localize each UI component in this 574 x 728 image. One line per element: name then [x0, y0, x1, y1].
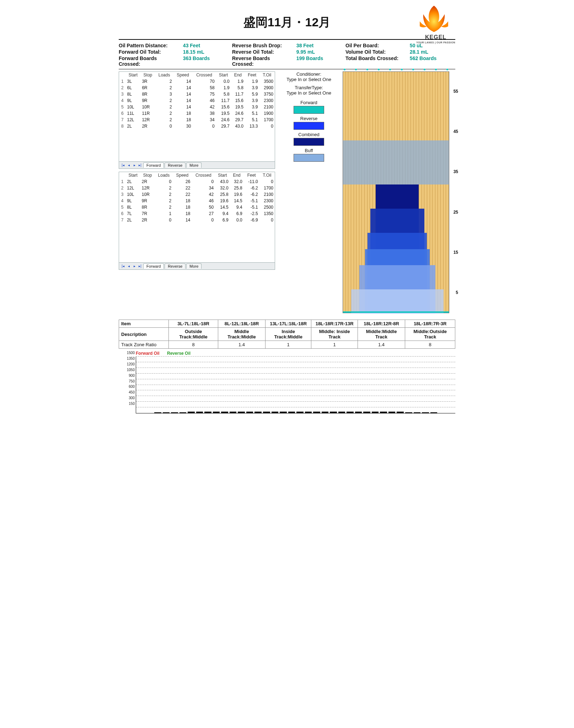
track-desc-hdr: Description — [119, 328, 169, 341]
tab-more[interactable]: More — [186, 162, 202, 168]
track-item-hdr: Item — [119, 320, 169, 328]
last-page-icon[interactable]: ▸| — [138, 163, 143, 168]
track-col-desc: MIddle: Inside Track — [311, 328, 358, 341]
prev-page-icon[interactable]: ◂ — [126, 264, 131, 269]
y-tick: 1050 — [122, 368, 135, 371]
conditioner-value: Type In or Select One — [279, 77, 339, 82]
lane-tick: 15 — [454, 250, 458, 255]
legend-buff-swatch — [294, 154, 324, 162]
table-row: 12L2R026043.032.0-11.00 — [119, 178, 275, 185]
track-col-header: 18L-18R:7R-3R — [405, 320, 455, 328]
prev-page-icon[interactable]: ◂ — [126, 163, 131, 168]
track-col-desc: Inside Track:Middle — [265, 328, 311, 341]
bar — [213, 412, 220, 413]
table-row: 26L6R214581.95.83.92900 — [119, 85, 275, 91]
sheet-tabs: |◂ ◂ ▸ ▸| Forward Reverse More — [119, 161, 275, 168]
bar — [246, 412, 253, 413]
table-row: 49L9R2144611.715.63.92300 — [119, 97, 275, 104]
bar — [272, 412, 279, 413]
tab-reverse[interactable]: Reverse — [165, 162, 186, 168]
table-row: 310L10R2224225.819.6-6.22100 — [119, 191, 275, 198]
track-col-header: 8L-12L:18L-18R — [218, 320, 265, 328]
tab-more[interactable]: More — [186, 263, 202, 269]
table-row: 611L11R2183819.524.65.11900 — [119, 110, 275, 117]
stat-label: Reverse Boards Crossed: — [232, 55, 293, 67]
col-header: Speed — [173, 172, 192, 178]
track-col-desc: Middle Track:Middle — [218, 328, 265, 341]
chart-legend-forward: Forward Oil — [136, 351, 160, 356]
col-header: End — [231, 72, 245, 78]
col-header: Feet — [244, 172, 259, 178]
tab-reverse[interactable]: Reverse — [165, 263, 186, 269]
track-col-desc: Middle:Middle Track — [358, 328, 405, 341]
tab-forward[interactable]: Forward — [143, 263, 164, 269]
col-header: Loads — [155, 172, 173, 178]
table-row: 212L12R2223432.025.8-6.21700 — [119, 185, 275, 191]
table-row: 67L7R118279.46.9-2.51350 — [119, 210, 275, 217]
col-header: Stop — [140, 172, 155, 178]
lane-tick: 5 — [456, 290, 458, 295]
col-header: Speed — [173, 72, 193, 78]
sheet-tabs: |◂ ◂ ▸ ▸| Forward Reverse More — [119, 262, 275, 269]
chart-legend: Forward Oil Reverse Oil — [136, 351, 455, 356]
track-col-desc: Middle:Outside Track — [405, 328, 455, 341]
bar — [388, 412, 396, 413]
bar — [238, 412, 245, 413]
bar — [330, 412, 337, 413]
next-page-icon[interactable]: ▸ — [132, 163, 137, 168]
bar — [196, 412, 203, 413]
bar — [163, 412, 170, 413]
bar — [188, 412, 195, 413]
last-page-icon[interactable]: ▸| — [138, 264, 143, 269]
col-header: Start — [216, 72, 231, 78]
lane-tick: 25 — [454, 210, 458, 215]
y-tick: 1350 — [122, 356, 135, 360]
col-header: Start — [125, 172, 140, 178]
legend-buff-label: Buff — [279, 148, 339, 153]
bar — [347, 412, 354, 413]
transfer-label: TransferType: — [279, 85, 339, 90]
table-row: 58L8R2185014.59.4-5.12500 — [119, 204, 275, 210]
bar — [221, 412, 228, 413]
bar — [363, 412, 370, 413]
stat-label: Total Boards Crossed: — [345, 55, 406, 67]
legend-combined-label: Combined — [279, 132, 339, 137]
bar — [430, 412, 438, 413]
legend-reverse-swatch — [294, 122, 324, 130]
col-header: Start — [125, 72, 140, 78]
col-header: End — [230, 172, 244, 178]
oil-bar-chart: Forward Oil Reverse Oil 1503004506007509… — [119, 351, 455, 418]
bar — [338, 412, 345, 413]
next-page-icon[interactable]: ▸ — [132, 264, 137, 269]
meta-legend-column: Conditioner: Type In or Select One Trans… — [279, 71, 339, 313]
track-col-header: 18L-18R:12R-8R — [358, 320, 405, 328]
y-tick: 1200 — [122, 362, 135, 366]
stat-label: Forward Oil Total: — [119, 49, 179, 55]
first-page-icon[interactable]: |◂ — [120, 264, 125, 269]
stat-label: Reverse Brush Drop: — [232, 43, 293, 48]
conditioner-label: Conditioner: — [279, 71, 339, 77]
stat-value: 38 Feet — [296, 43, 342, 48]
track-col-ratio: 1.4 — [358, 341, 405, 349]
stat-value: 363 Boards — [183, 55, 229, 67]
first-page-icon[interactable]: |◂ — [120, 163, 125, 168]
bar — [305, 412, 312, 413]
y-tick: 450 — [122, 390, 135, 394]
track-col-header: 13L-17L:18L-18R — [265, 320, 311, 328]
col-header: Loads — [155, 72, 173, 78]
track-ratio-label: Track Zone Ratio — [119, 341, 169, 349]
forward-loads-table: StartStopLoadsSpeedCrossedStartEndFeetT.… — [119, 71, 275, 169]
bar — [280, 412, 287, 413]
stat-label: Forward Boards Crossed: — [119, 55, 179, 67]
transfer-value: Type In or Select One — [279, 90, 339, 96]
bar — [296, 412, 304, 413]
track-col-header: 3L-7L:18L-18R — [169, 320, 218, 328]
bar — [288, 412, 295, 413]
legend-combined-swatch — [294, 138, 324, 146]
col-header: Crossed — [192, 72, 216, 78]
bar — [154, 412, 161, 413]
tab-forward[interactable]: Forward — [143, 162, 164, 168]
table-row: 82L2R030029.743.013.30 — [119, 123, 275, 129]
divider — [119, 39, 455, 40]
track-col-ratio: 8 — [169, 341, 218, 349]
